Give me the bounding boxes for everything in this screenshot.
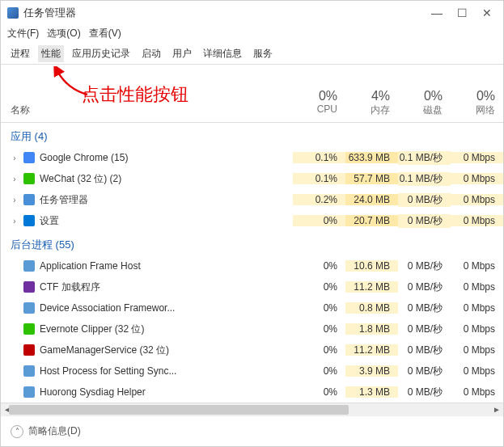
cell-net: 0 Mbps — [451, 344, 503, 356]
process-icon — [23, 194, 35, 205]
scrollbar-thumb[interactable] — [9, 405, 349, 415]
cell-net: 0 Mbps — [451, 215, 503, 226]
process-icon — [23, 281, 35, 293]
header-name[interactable]: 名称 — [1, 89, 293, 117]
process-name: Google Chrome (15) — [40, 152, 128, 163]
cell-cpu: 0% — [293, 281, 345, 293]
menu-file[interactable]: 文件(F) — [7, 27, 39, 40]
tab-app-history[interactable]: 应用历史记录 — [69, 45, 133, 62]
cell-net: 0 Mbps — [451, 365, 503, 377]
cell-mem: 11.2 MB — [345, 344, 398, 356]
cell-mem: 24.0 MB — [345, 194, 398, 205]
tab-services[interactable]: 服务 — [250, 45, 276, 62]
process-icon — [23, 302, 35, 314]
process-name: 设置 — [40, 214, 59, 228]
horizontal-scrollbar[interactable]: ◄ ► — [1, 403, 503, 415]
menu-options[interactable]: 选项(O) — [47, 27, 80, 40]
cell-cpu: 0% — [293, 365, 345, 377]
expand-icon[interactable]: › — [11, 175, 19, 183]
process-name: 任务管理器 — [40, 193, 88, 207]
cell-net: 0 Mbps — [451, 194, 503, 205]
footer: ˄ 简略信息(D) — [1, 415, 503, 446]
cell-disk: 0 MB/秒 — [398, 365, 451, 378]
tab-users[interactable]: 用户 — [169, 45, 195, 62]
process-icon — [23, 365, 35, 377]
header-cpu[interactable]: 0% CPU — [293, 89, 345, 117]
cell-cpu: 0% — [293, 323, 345, 335]
menubar: 文件(F) 选项(O) 查看(V) — [1, 25, 503, 44]
app-icon — [7, 7, 19, 19]
process-name: Device Association Framewor... — [40, 302, 175, 314]
maximize-button[interactable]: ☐ — [457, 6, 468, 19]
process-icon — [23, 152, 35, 163]
task-manager-window: 任务管理器 — ☐ ✕ 文件(F) 选项(O) 查看(V) 进程 性能 应用历史… — [0, 0, 504, 447]
process-icon — [23, 260, 35, 272]
expand-icon[interactable]: › — [11, 217, 19, 226]
process-row[interactable]: Huorong Sysdiag Helper0%1.3 MB0 MB/秒0 Mb… — [1, 382, 503, 403]
process-name: WeChat (32 位) (2) — [40, 172, 121, 186]
process-row[interactable]: Evernote Clipper (32 位)0%1.8 MB0 MB/秒0 M… — [1, 318, 503, 339]
cell-disk: 0.1 MB/秒 — [398, 151, 451, 165]
process-row[interactable]: ›WeChat (32 位) (2)0.1%57.7 MB0.1 MB/秒0 M… — [1, 168, 503, 189]
tab-startup[interactable]: 启动 — [138, 45, 164, 62]
cell-mem: 10.6 MB — [345, 260, 398, 272]
tab-details[interactable]: 详细信息 — [200, 45, 245, 62]
cell-net: 0 Mbps — [451, 281, 503, 293]
chevron-up-icon[interactable]: ˄ — [11, 425, 23, 438]
tabbar: 进程 性能 应用历史记录 启动 用户 详细信息 服务 — [1, 44, 503, 65]
close-button[interactable]: ✕ — [482, 6, 492, 19]
cell-disk: 0 MB/秒 — [398, 259, 451, 273]
minimize-button[interactable]: — — [431, 6, 443, 19]
tab-performance[interactable]: 性能 — [38, 45, 64, 62]
cell-mem: 11.2 MB — [345, 281, 398, 293]
header-disk[interactable]: 0% 磁盘 — [398, 89, 451, 117]
process-name: Evernote Clipper (32 位) — [40, 323, 144, 336]
header-network[interactable]: 0% 网络 — [451, 89, 503, 117]
process-row[interactable]: Device Association Framewor...0%0.8 MB0 … — [1, 297, 503, 318]
column-headers: 名称 0% CPU 4% 内存 0% 磁盘 0% 网络 — [1, 65, 503, 123]
cell-mem: 0.8 MB — [345, 302, 398, 314]
cell-cpu: 0.1% — [293, 152, 345, 163]
process-row[interactable]: ›任务管理器0.2%24.0 MB0 MB/秒0 Mbps — [1, 189, 503, 210]
expand-icon[interactable]: › — [11, 154, 19, 162]
process-icon — [23, 323, 35, 335]
process-icon — [23, 344, 35, 356]
cell-cpu: 0.1% — [293, 173, 345, 184]
process-name: Application Frame Host — [40, 260, 141, 272]
cell-cpu: 0% — [293, 260, 345, 272]
cell-net: 0 Mbps — [451, 302, 503, 314]
process-icon — [23, 215, 35, 226]
menu-view[interactable]: 查看(V) — [89, 27, 121, 40]
cell-disk: 0 MB/秒 — [398, 386, 451, 399]
group-apps: 应用 (4) — [1, 123, 503, 147]
cell-cpu: 0% — [293, 215, 345, 226]
process-list[interactable]: 应用 (4) ›Google Chrome (15)0.1%633.9 MB0.… — [1, 123, 503, 403]
header-memory[interactable]: 4% 内存 — [345, 89, 398, 117]
cell-net: 0 Mbps — [451, 152, 503, 163]
process-name: Huorong Sysdiag Helper — [40, 386, 146, 398]
cell-disk: 0 MB/秒 — [398, 193, 451, 207]
scroll-right-icon[interactable]: ► — [490, 403, 503, 416]
process-row[interactable]: Application Frame Host0%10.6 MB0 MB/秒0 M… — [1, 255, 503, 276]
cell-net: 0 Mbps — [451, 173, 503, 184]
tab-processes[interactable]: 进程 — [7, 45, 33, 62]
process-row[interactable]: CTF 加载程序0%11.2 MB0 MB/秒0 Mbps — [1, 276, 503, 297]
process-icon — [23, 173, 35, 184]
cell-net: 0 Mbps — [451, 386, 503, 398]
fewer-details-button[interactable]: 简略信息(D) — [28, 424, 81, 438]
group-background: 后台进程 (55) — [1, 231, 503, 255]
process-row[interactable]: GameManagerService (32 位)0%11.2 MB0 MB/秒… — [1, 339, 503, 361]
cell-disk: 0 MB/秒 — [398, 323, 451, 336]
cell-disk: 0 MB/秒 — [398, 344, 451, 357]
process-row[interactable]: Host Process for Setting Sync...0%3.9 MB… — [1, 361, 503, 382]
expand-icon[interactable]: › — [11, 196, 19, 205]
process-row[interactable]: ›设置0%20.7 MB0 MB/秒0 Mbps — [1, 210, 503, 231]
cell-mem: 1.8 MB — [345, 323, 398, 335]
cell-mem: 633.9 MB — [345, 152, 398, 163]
process-row[interactable]: ›Google Chrome (15)0.1%633.9 MB0.1 MB/秒0… — [1, 147, 503, 168]
cell-cpu: 0% — [293, 344, 345, 356]
cell-cpu: 0.2% — [293, 194, 345, 205]
cell-mem: 3.9 MB — [345, 365, 398, 377]
cell-mem: 1.3 MB — [345, 386, 398, 398]
process-icon — [23, 386, 35, 398]
